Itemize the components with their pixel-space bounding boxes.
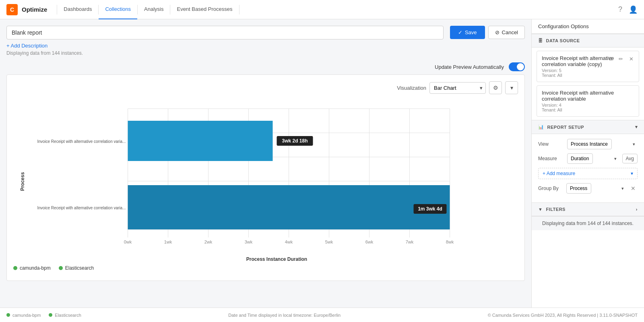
ds-card-1-version: Version: 5 [542,68,634,73]
group-by-clear-button[interactable]: ✕ [629,184,638,193]
auto-preview-toggle[interactable] [509,62,525,71]
y-axis-label: Process [20,172,25,191]
bar2-y-label: Invoice Receipt with alternative correla… [37,206,126,210]
filter-icon: ▼ [538,207,543,212]
add-description-link[interactable]: + Add Description [6,43,525,49]
measure-select-wrap: Duration [567,153,619,164]
brand-name: Optimize [22,6,47,13]
footer-dot-camunda [6,313,10,317]
x-tick-2: 2wk [204,239,213,244]
check-icon: ✓ [458,29,462,35]
ds-card-1-edit[interactable]: ✏ [616,54,625,63]
database-icon: 🗄 [538,38,543,43]
footer-legend-camunda: camunda-bpm [6,313,41,318]
bar1-tooltip-text: 3wk 2d 18h [282,138,308,144]
footer-label-elastic: Elasticsearch [55,313,81,318]
group-by-select-wrap: Process [566,183,626,194]
x-tick-7: 7wk [406,239,414,244]
cancel-icon: ⊘ [495,29,500,35]
viz-type-select[interactable]: Bar Chart Line Chart Table Number [429,82,486,94]
add-measure-chevron: ▾ [631,171,633,176]
data-source-label: DATA SOURCE [546,38,580,43]
view-select[interactable]: Process Instance [567,139,612,149]
filters-label: FILTERS [546,207,566,212]
footer-label-camunda: camunda-bpm [12,313,41,318]
expand-button[interactable]: ▾ [505,81,518,94]
save-button[interactable]: ✓ Save [450,26,485,39]
viz-select-wrap: Bar Chart Line Chart Table Number [429,82,486,94]
filters-section-header[interactable]: ▼ FILTERS › [532,202,644,216]
bar-1[interactable] [128,121,273,161]
ds-card-1-actions: ⧉ ✏ ✕ [606,54,636,63]
user-icon[interactable]: 👤 [629,5,638,14]
ds-card-2-version: Version: 4 [542,103,634,107]
bar-chart-svg: 3wk 2d 18h 1m 3wk 4d 0wk 1wk 2wk 3wk 4wk… [35,101,518,254]
avg-badge: Avg [622,154,638,163]
top-nav: C Optimize Dashboards Collections Analys… [0,0,644,19]
legend-label-elastic: Elasticsearch [65,265,94,271]
x-tick-3: 3wk [245,239,253,244]
cancel-button[interactable]: ⊘ Cancel [488,26,525,39]
report-title-input[interactable] [6,26,444,39]
x-tick-6: 6wk [365,239,374,244]
legend-item-camunda: camunda-bpm [13,265,51,271]
footer-left: camunda-bpm Elasticsearch [6,313,81,318]
report-setup-section-header[interactable]: 📊 REPORT SETUP ▾ [532,120,644,134]
x-tick-8: 8wk [446,239,454,244]
filters-expand-icon: › [636,207,638,212]
section-header-left: 🗄 DATA SOURCE [538,38,580,43]
view-label: View [538,141,564,147]
bar-2[interactable] [128,185,450,229]
chart-icon: 📊 [538,124,544,130]
gear-button[interactable]: ⚙ [489,81,502,94]
x-tick-5: 5wk [325,239,333,244]
right-sidebar: Configuration Options 🗄 DATA SOURCE ⧉ ✏ … [531,19,644,322]
x-tick-4: 4wk [285,239,293,244]
measure-select[interactable]: Duration [567,153,593,164]
config-tab[interactable]: Configuration Options [532,19,644,34]
ds-card-1: ⧉ ✏ ✕ Invoice Receipt with alternative c… [537,51,639,82]
header-actions: ✓ Save ⊘ Cancel [450,26,525,39]
x-tick-0: 0wk [124,239,132,244]
nav-analysis[interactable]: Analysis [138,0,170,19]
ds-card-1-delete[interactable]: ✕ [627,54,636,63]
bar2-tooltip-text: 1m 3wk 4d [418,206,442,212]
setup-section: View Process Instance Measure Duration A… [532,134,644,202]
footer-timezone: Date and Time displayed in local timezon… [228,313,341,318]
ds-card-1-copy[interactable]: ⧉ [606,54,615,63]
measure-row: Measure Duration Avg [538,153,638,164]
nav-dashboards[interactable]: Dashboards [57,0,98,19]
report-setup-chevron: ▾ [635,124,638,130]
bar1-y-label: Invoice Receipt with alternative correla… [37,139,126,144]
report-setup-header-left: 📊 REPORT SETUP [538,124,584,130]
footer-legend-elastic: Elasticsearch [49,313,81,318]
viz-header: Visualization Bar Chart Line Chart Table… [13,81,518,94]
add-measure-button[interactable]: + Add measure ▾ [538,168,638,179]
legend-dot-elastic [59,266,63,270]
content-area: ✓ Save ⊘ Cancel + Add Description Displa… [0,19,531,322]
ds-card-2-title: Invoice Receipt with alternative correla… [542,90,634,102]
nav-collections[interactable]: Collections [99,0,137,19]
view-select-wrap: Process Instance [567,139,638,149]
measure-label: Measure [538,156,564,161]
sidebar-footer: Displaying data from 144 of 144 instance… [532,216,644,230]
data-source-section-header[interactable]: 🗄 DATA SOURCE [532,34,644,47]
legend-label-camunda: camunda-bpm [20,265,51,271]
help-icon[interactable]: ? [618,5,622,14]
report-header: ✓ Save ⊘ Cancel [6,26,525,39]
legend-dot-camunda [13,266,17,270]
group-by-row: Group By Process ✕ [538,183,638,194]
ds-card-1-tenant: Tenant: All [542,73,634,78]
footer-copyright: © Camunda Services GmbH 2023, All Rights… [488,313,638,318]
nav-right: ? 👤 [618,5,638,14]
toggle-knob [517,63,524,70]
report-setup-label: REPORT SETUP [547,125,584,130]
x-tick-1: 1wk [164,239,172,244]
chart-area: Process [13,101,518,262]
nav-event-processes[interactable]: Event Based Processes [170,0,239,19]
group-by-select[interactable]: Process [566,183,591,194]
nav-sep-5 [239,5,239,14]
legend-item-elastic: Elasticsearch [59,265,94,271]
filters-header-left: ▼ FILTERS [538,207,566,212]
viz-label: Visualization [397,85,426,91]
